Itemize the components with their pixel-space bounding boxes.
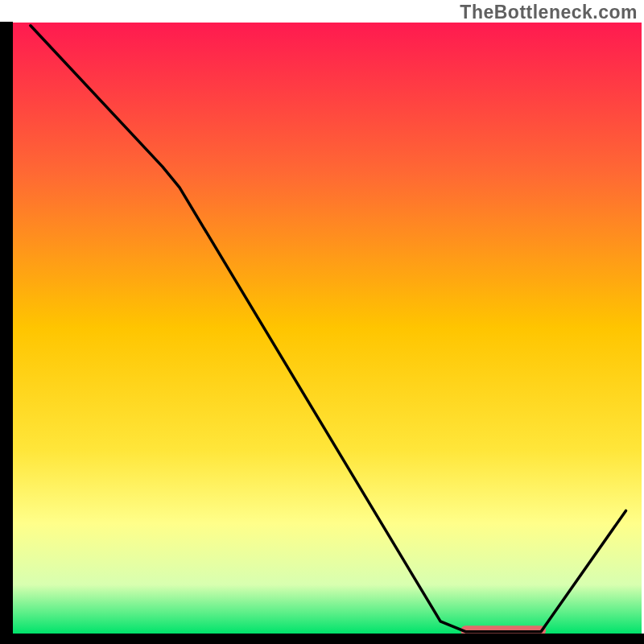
y-axis [0, 22, 13, 634]
chart-container: TheBottleneck.com [0, 0, 644, 644]
watermark-text: TheBottleneck.com [460, 2, 638, 23]
plot-gradient-bg [13, 23, 642, 634]
bottleneck-chart [0, 0, 644, 644]
x-axis [0, 634, 644, 644]
